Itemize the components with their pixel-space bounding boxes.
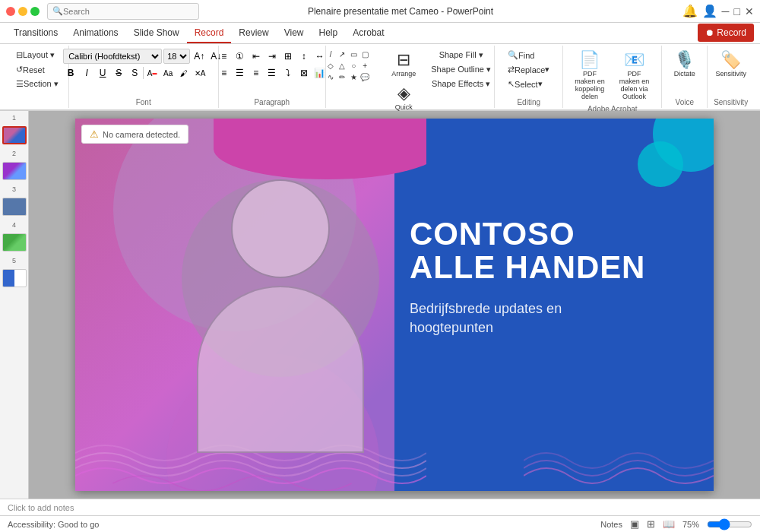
notes-label[interactable]: Notes (600, 520, 622, 529)
pdf-maken-button[interactable]: 📄 PDF maken en koppeling delen (569, 49, 610, 103)
person-head (231, 179, 330, 278)
slide-sorter-button[interactable]: ⊞ (647, 518, 655, 530)
reading-view-button[interactable]: 📖 (663, 518, 675, 530)
highlight-button[interactable]: 🖌 (176, 65, 192, 81)
notes-placeholder: Click to add notes (8, 503, 74, 512)
window-title: Plenaire presentatie met Cameo - PowerPo… (199, 6, 602, 17)
close-icon[interactable]: ✕ (745, 5, 754, 17)
align-text-button[interactable]: ⊠ (296, 65, 312, 81)
diamond-shape[interactable]: ◇ (325, 60, 336, 71)
star-shape[interactable]: ★ (348, 71, 359, 82)
increase-indent-button[interactable]: ⇥ (264, 49, 280, 64)
reset-button[interactable]: ↺ Reset (12, 63, 49, 76)
arrange-button[interactable]: ⊟ Arrange (383, 49, 424, 81)
minimize-icon[interactable]: ─ (722, 5, 730, 17)
numbering-button[interactable]: ① (233, 49, 248, 64)
clear-format-button[interactable]: ✕A (192, 65, 207, 81)
record-button[interactable]: ⏺ Record (698, 24, 754, 42)
slide-panel: 1 2 3 4 5 (0, 111, 29, 499)
sensitivity-button[interactable]: 🏷️ Sensitivity (711, 49, 751, 81)
layout-button[interactable]: ⊟ Layout ▾ (12, 49, 59, 62)
slide-title: CONTOSO ALLE HANDEN (410, 217, 698, 284)
decrease-indent-button[interactable]: ⇤ (249, 49, 264, 64)
tab-slideshow[interactable]: Slide Show (126, 24, 187, 43)
align-right-button[interactable]: ≡ (249, 65, 264, 81)
ribbon-group-voice: 🎙️ Dictate Voice (662, 46, 708, 108)
font-grow-button[interactable]: A↑ (192, 49, 207, 64)
search-input[interactable] (63, 7, 194, 16)
shape-outline-button[interactable]: Shape Outline ▾ (427, 63, 495, 76)
zoom-level[interactable]: 75% (682, 520, 699, 529)
font-case-button[interactable]: Aa (160, 65, 176, 81)
tab-help[interactable]: Help (312, 24, 346, 43)
slide-thumbnail-1[interactable] (2, 126, 27, 144)
ribbon-group-paragraph: ≡ ① ⇤ ⇥ ⊞ ↕ ↔ ≡ ☰ ≡ ☰ ⤵ ⊠ 📊 Paragraph (219, 46, 326, 108)
shadow-button[interactable]: S (127, 65, 142, 81)
rounded-rect-shape[interactable]: ▢ (359, 49, 370, 59)
font-family-select[interactable]: Calibri (Hoofdtekst) (63, 49, 162, 64)
help-icon[interactable]: 👤 (702, 4, 717, 18)
share-icon[interactable]: 🔔 (682, 4, 698, 18)
shapes-palette: / ↗ ▭ ▢ ◇ △ ○ + ∿ ✏ ★ 💬 (325, 49, 378, 82)
more-shapes[interactable]: + (359, 60, 370, 71)
find-button[interactable]: 🔍 Find (504, 49, 538, 62)
slide-thumbnail-3[interactable] (2, 198, 27, 216)
shape-fill-button[interactable]: Shape Fill ▾ (427, 49, 495, 62)
slide[interactable]: ⚠ No camera detected. (75, 119, 714, 491)
normal-view-button[interactable]: ▣ (630, 518, 639, 530)
align-center-button[interactable]: ☰ (233, 65, 248, 81)
search-box[interactable]: 🔍 (47, 3, 199, 20)
select-button[interactable]: ↖ Select ▾ (504, 78, 546, 90)
notes-bar[interactable]: Click to add notes (0, 499, 760, 515)
tab-review[interactable]: Review (231, 24, 276, 43)
freeform-shape[interactable]: ✏ (337, 71, 347, 82)
pdf-delen-button[interactable]: 📧 PDF maken en delen via Outlook (613, 49, 656, 103)
pink-arc-decoration (214, 119, 426, 179)
section-icon: ☰ (16, 79, 24, 89)
circle-shape[interactable]: ○ (348, 60, 359, 71)
close-button[interactable] (6, 7, 15, 16)
text-direction-button[interactable]: ⤵ (280, 65, 296, 81)
tab-transitions[interactable]: Transitions (6, 24, 65, 43)
window-controls[interactable] (6, 7, 40, 16)
slide-thumbnail-4[interactable] (2, 233, 27, 252)
font-group-label: Font (136, 97, 151, 106)
col-button[interactable]: ⊞ (280, 49, 296, 64)
zoom-slider[interactable] (707, 518, 752, 530)
tab-acrobat[interactable]: Acrobat (345, 24, 391, 43)
font-color-button[interactable]: A▬ (144, 65, 160, 81)
tab-animations[interactable]: Animations (65, 24, 125, 43)
layout-icon: ⊟ (16, 50, 23, 60)
underline-button[interactable]: U (95, 65, 110, 81)
microphone-icon: 🎙️ (674, 52, 695, 68)
restore-icon[interactable]: □ (734, 5, 740, 17)
tab-view[interactable]: View (277, 24, 312, 43)
bullets-button[interactable]: ≡ (217, 49, 232, 64)
rect-shape[interactable]: ▭ (348, 49, 359, 59)
slide-thumbnail-2[interactable] (2, 162, 27, 180)
arrow-shape[interactable]: ↗ (337, 49, 347, 59)
bold-button[interactable]: B (63, 65, 78, 81)
curve-shape[interactable]: ∿ (325, 71, 336, 82)
camera-warning-text: No camera detected. (103, 130, 180, 139)
justify-button[interactable]: ☰ (264, 65, 280, 81)
canvas-area[interactable]: ⚠ No camera detected. (29, 111, 760, 499)
line-shape[interactable]: / (325, 49, 336, 59)
triangle-shape[interactable]: △ (337, 60, 347, 71)
shape-effects-button[interactable]: Shape Effects ▾ (427, 78, 495, 90)
font-size-select[interactable]: 18 (163, 49, 190, 64)
maximize-button[interactable] (30, 7, 40, 16)
tab-record[interactable]: Record (187, 24, 232, 43)
slide-left-section (75, 119, 426, 491)
strikethrough-button[interactable]: S (111, 65, 126, 81)
slide-thumbnail-5[interactable] (2, 269, 27, 287)
line-spacing-button[interactable]: ↕ (296, 49, 312, 64)
callout-shape[interactable]: 💬 (359, 71, 370, 82)
section-button[interactable]: ☰ Section ▾ (12, 78, 62, 90)
minimize-button[interactable] (18, 7, 27, 16)
replace-button[interactable]: ⇄ Replace ▾ (504, 63, 553, 76)
italic-button[interactable]: I (79, 65, 94, 81)
align-left-button[interactable]: ≡ (217, 65, 232, 81)
dictate-button[interactable]: 🎙️ Dictate (670, 49, 700, 81)
arrange-icon: ⊟ (397, 52, 410, 68)
